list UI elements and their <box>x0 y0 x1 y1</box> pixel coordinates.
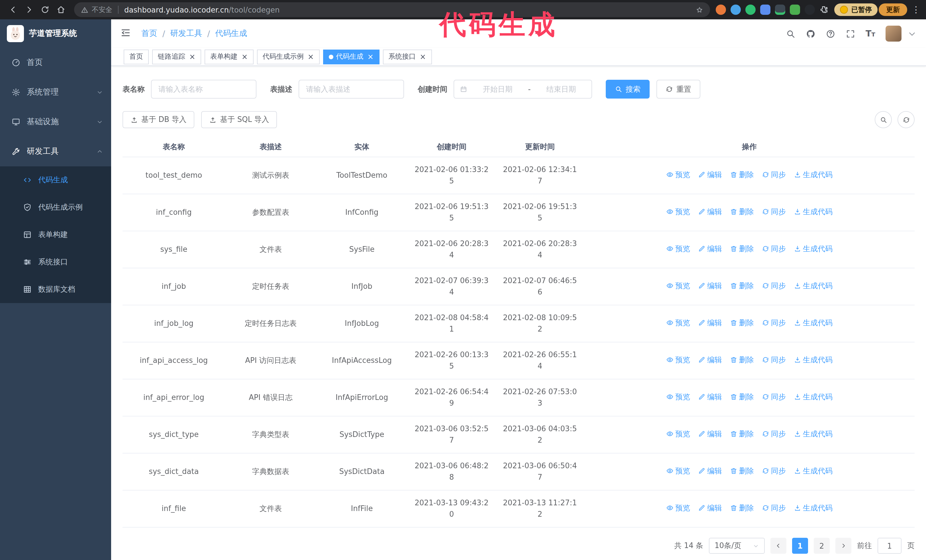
app-logo[interactable]: 芋道管理系统 <box>0 20 111 48</box>
edit-link[interactable]: 编辑 <box>698 169 722 181</box>
preview-link[interactable]: 预览 <box>666 317 690 329</box>
browser-reload-button[interactable] <box>38 2 53 17</box>
generate-code-link[interactable]: 生成代码 <box>794 280 832 292</box>
sidebar-item-system[interactable]: 系统管理 <box>0 77 111 107</box>
tab-codegen-demo[interactable]: 代码生成示例 × <box>257 49 320 64</box>
generate-code-link[interactable]: 生成代码 <box>794 391 832 403</box>
delete-link[interactable]: 删除 <box>730 280 754 292</box>
prev-page-button[interactable] <box>770 538 787 554</box>
avatar-caret-icon[interactable] <box>907 29 917 38</box>
tab-tracing[interactable]: 链路追踪 × <box>152 49 201 64</box>
edit-link[interactable]: 编辑 <box>698 391 722 403</box>
edit-link[interactable]: 编辑 <box>698 465 722 477</box>
help-icon[interactable] <box>826 29 835 38</box>
fullscreen-icon[interactable] <box>846 29 855 38</box>
extension-icon[interactable] <box>716 5 726 15</box>
github-icon[interactable] <box>806 29 816 38</box>
toggle-search-button[interactable] <box>875 111 892 128</box>
next-page-button[interactable] <box>835 538 851 554</box>
search-icon[interactable] <box>786 29 796 38</box>
search-button[interactable]: 搜索 <box>606 80 650 98</box>
sidebar-item-codegen-demo[interactable]: 代码生成示例 <box>0 194 111 221</box>
edit-link[interactable]: 编辑 <box>698 206 722 217</box>
page-goto-input[interactable] <box>878 538 902 554</box>
preview-link[interactable]: 预览 <box>666 243 690 255</box>
breadcrumb-home[interactable]: 首页 <box>141 29 157 39</box>
preview-link[interactable]: 预览 <box>666 391 690 403</box>
tab-close-icon[interactable]: × <box>420 53 426 60</box>
sync-link[interactable]: 同步 <box>762 169 786 181</box>
sidebar-item-codegen[interactable]: 代码生成 <box>0 166 111 194</box>
preview-link[interactable]: 预览 <box>666 503 690 514</box>
tab-codegen[interactable]: 代码生成 × <box>323 49 379 64</box>
preview-link[interactable]: 预览 <box>666 206 690 217</box>
extensions-puzzle-icon[interactable] <box>819 5 829 14</box>
sidebar-item-devtools[interactable]: 研发工具 <box>0 137 111 166</box>
delete-link[interactable]: 删除 <box>730 243 754 255</box>
generate-code-link[interactable]: 生成代码 <box>794 243 832 255</box>
sidebar-toggle-icon[interactable] <box>120 27 131 40</box>
page-button-1[interactable]: 1 <box>792 538 808 554</box>
address-bar[interactable]: 不安全 dashboard.yudao.iocoder.cn/tool/code… <box>74 2 710 17</box>
delete-link[interactable]: 删除 <box>730 429 754 440</box>
generate-code-link[interactable]: 生成代码 <box>794 465 832 477</box>
refresh-table-button[interactable] <box>897 111 915 128</box>
edit-link[interactable]: 编辑 <box>698 354 722 366</box>
edit-link[interactable]: 编辑 <box>698 280 722 292</box>
edit-link[interactable]: 编辑 <box>698 243 722 255</box>
sidebar-item-system-api[interactable]: 系统接口 <box>0 248 111 276</box>
delete-link[interactable]: 删除 <box>730 317 754 329</box>
sidebar-item-infra[interactable]: 基础设施 <box>0 107 111 137</box>
generate-code-link[interactable]: 生成代码 <box>794 354 832 366</box>
generate-code-link[interactable]: 生成代码 <box>794 503 832 514</box>
tab-home[interactable]: 首页 <box>124 49 149 64</box>
extension-icon[interactable] <box>805 5 815 15</box>
browser-home-button[interactable] <box>54 2 68 17</box>
sync-link[interactable]: 同步 <box>762 317 786 329</box>
extension-icon[interactable] <box>775 5 785 15</box>
tab-form-builder[interactable]: 表单构建 × <box>204 49 254 64</box>
preview-link[interactable]: 预览 <box>666 465 690 477</box>
generate-code-link[interactable]: 生成代码 <box>794 429 832 440</box>
sidebar-item-home[interactable]: 首页 <box>0 48 111 77</box>
delete-link[interactable]: 删除 <box>730 391 754 403</box>
tab-close-icon[interactable]: × <box>308 53 314 60</box>
extension-icon[interactable] <box>745 5 756 15</box>
sync-link[interactable]: 同步 <box>762 391 786 403</box>
bookmark-star-icon[interactable] <box>696 6 703 14</box>
font-size-icon[interactable]: TT <box>865 29 875 38</box>
generate-code-link[interactable]: 生成代码 <box>794 169 832 181</box>
breadcrumb-devtools[interactable]: 研发工具 <box>170 29 202 39</box>
sidebar-item-form-builder[interactable]: 表单构建 <box>0 221 111 248</box>
generate-code-link[interactable]: 生成代码 <box>794 206 832 217</box>
tab-system-api[interactable]: 系统接口 × <box>383 49 432 64</box>
sync-link[interactable]: 同步 <box>762 206 786 217</box>
import-db-button[interactable]: 基于 DB 导入 <box>123 111 194 128</box>
page-button-2[interactable]: 2 <box>814 538 830 554</box>
tab-close-icon[interactable]: × <box>367 53 374 60</box>
sync-link[interactable]: 同步 <box>762 503 786 514</box>
date-range-picker[interactable]: 开始日期 - 结束日期 <box>454 80 592 98</box>
page-size-select[interactable]: 10条/页 <box>709 538 765 554</box>
import-sql-button[interactable]: 基于 SQL 导入 <box>201 111 277 128</box>
browser-back-button[interactable] <box>6 2 21 17</box>
table-desc-input[interactable] <box>299 80 404 98</box>
delete-link[interactable]: 删除 <box>730 169 754 181</box>
table-name-input[interactable] <box>151 80 256 98</box>
preview-link[interactable]: 预览 <box>666 280 690 292</box>
extension-icon[interactable] <box>731 5 741 15</box>
extension-icon[interactable] <box>760 5 770 15</box>
sync-link[interactable]: 同步 <box>762 354 786 366</box>
extension-icon[interactable] <box>790 5 800 15</box>
user-avatar[interactable] <box>885 26 902 42</box>
delete-link[interactable]: 删除 <box>730 465 754 477</box>
sync-link[interactable]: 同步 <box>762 243 786 255</box>
sync-link[interactable]: 同步 <box>762 280 786 292</box>
preview-link[interactable]: 预览 <box>666 429 690 440</box>
profile-paused-badge[interactable]: 已暂停 <box>834 3 878 16</box>
delete-link[interactable]: 删除 <box>730 206 754 217</box>
preview-link[interactable]: 预览 <box>666 354 690 366</box>
delete-link[interactable]: 删除 <box>730 503 754 514</box>
security-label[interactable]: 不安全 <box>92 5 112 15</box>
browser-forward-button[interactable] <box>22 2 36 17</box>
